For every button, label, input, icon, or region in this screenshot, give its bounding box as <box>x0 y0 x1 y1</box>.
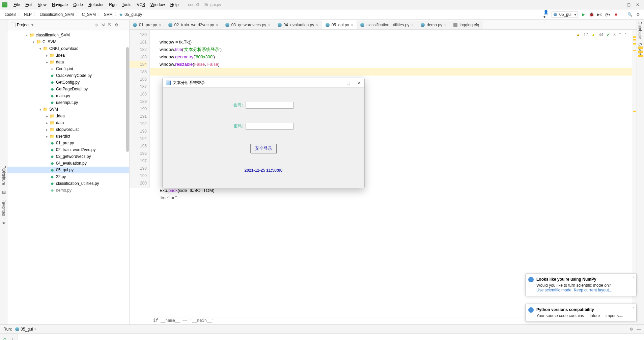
menu-navigate[interactable]: Navigate <box>49 1 71 8</box>
crumb-3[interactable]: C_SVM <box>81 12 97 17</box>
search-icon[interactable]: 🔍 <box>627 12 633 17</box>
notification-close-icon[interactable]: ˅ <box>632 276 634 281</box>
crumb-0[interactable]: code3 <box>3 12 17 17</box>
settings-icon[interactable]: ⚙ <box>635 12 641 17</box>
project-dropdown-icon[interactable]: ▾ <box>31 23 33 27</box>
tree-folder[interactable]: ▾📁classification_SVM <box>7 32 129 38</box>
stop-icon[interactable]: ■ <box>613 12 618 17</box>
rail-structure-label[interactable]: Structure <box>1 169 6 185</box>
notification-link-keep[interactable]: Keep current layout... <box>574 288 612 292</box>
tree-folder[interactable]: ▸📁data <box>7 119 129 126</box>
expand-all-icon[interactable]: ⇲ <box>101 23 105 27</box>
info-icon: i <box>528 307 534 313</box>
menu-edit[interactable]: Edit <box>23 1 35 8</box>
favorites-icon[interactable]: ★ <box>2 221 6 225</box>
rail-database-label[interactable]: Database <box>637 20 643 41</box>
tree-file[interactable]: ≡Config.ini <box>7 65 129 72</box>
crumb-4[interactable]: SVM <box>103 12 114 17</box>
tree-file[interactable]: ◆01_pre.py <box>7 140 129 146</box>
dialog-titlebar[interactable]: 文本分析系统登录 — ▢ ✕ <box>163 78 364 88</box>
tab-demo[interactable]: demo.py× <box>417 21 450 29</box>
collapse-all-icon[interactable]: ⇱ <box>108 23 111 27</box>
tab-close-icon[interactable]: × <box>159 23 161 27</box>
inspection-summary[interactable]: ▲17 ▲44 ✔8 ˄ ˅ <box>576 32 626 37</box>
coverage-icon[interactable]: ▶⎋ <box>597 12 602 17</box>
tree-file[interactable]: ◆GetConfig.py <box>7 79 129 86</box>
run-output[interactable]: D:\python\python.exe D:/code3/NLP/classi… <box>18 334 644 340</box>
crumb-1[interactable]: NLP <box>23 12 33 17</box>
tree-file[interactable]: ◆02_train_word2vec.py <box>7 146 129 153</box>
up-icon[interactable]: ↑ <box>9 336 17 340</box>
tree-folder[interactable]: ▾📁C_SVM <box>7 38 129 45</box>
run-settings-icon[interactable]: ⚙ <box>629 327 633 332</box>
tk-icon <box>166 81 171 85</box>
tree-file[interactable]: ◆CrackVerifyCode.py <box>7 72 129 79</box>
menu-help[interactable]: Help <box>168 1 181 8</box>
dialog-close-icon[interactable]: ✕ <box>358 81 361 85</box>
tab-utils[interactable]: classification_utilities.py× <box>357 21 417 29</box>
project-settings-icon[interactable]: ⚙ <box>115 23 118 27</box>
run-config-select[interactable]: 05_gui <box>552 11 578 18</box>
tree-file[interactable]: ◆demo.py <box>7 187 129 194</box>
tree-file[interactable]: ◆userinput.py <box>7 99 129 106</box>
tree-file[interactable]: ◆GetPageDetail.py <box>7 86 129 92</box>
menu-view[interactable]: View <box>35 1 49 8</box>
tree-folder[interactable]: ▾📁CNKI_download <box>7 45 129 52</box>
menu-vcs[interactable]: VCS <box>134 1 148 8</box>
run-tab-close-icon[interactable]: × <box>34 327 36 332</box>
tab-logging[interactable]: logging.cfg <box>450 21 483 29</box>
rerun-icon[interactable]: ↻ <box>1 336 8 340</box>
tree-file[interactable]: ◆03_getwordvecs.py <box>7 153 129 160</box>
dialog-maximize-icon[interactable]: ▢ <box>346 81 350 85</box>
minimize-icon[interactable]: — <box>617 2 621 7</box>
maximize-icon[interactable]: ▢ <box>627 2 631 7</box>
tree-file[interactable]: ◆22.py <box>7 173 129 180</box>
hide-panel-icon[interactable]: — <box>122 23 126 27</box>
tree-file[interactable]: ◆classification_utilities.py <box>7 180 129 187</box>
project-scrollbar[interactable] <box>126 47 129 152</box>
menu-refactor[interactable]: Refactor <box>86 1 106 8</box>
password-input[interactable] <box>246 123 293 130</box>
warning-icon: ▲ <box>576 32 580 37</box>
project-tree[interactable]: ▾📁classification_SVM ▾📁C_SVM ▾📁CNKI_down… <box>7 30 129 324</box>
crumb-5[interactable]: 05_gui.py <box>123 12 143 17</box>
user-icon[interactable]: 👤▾ <box>543 12 549 17</box>
tree-file-selected[interactable]: ◆05_gui.py <box>7 167 129 173</box>
crumb-2[interactable]: classification_SVM <box>38 12 75 17</box>
profile-icon[interactable]: ◔▾ <box>605 12 610 17</box>
menu-code[interactable]: Code <box>71 1 86 8</box>
locate-icon[interactable]: ⊕ <box>94 23 98 27</box>
tree-file[interactable]: ◆04_evaluation.py <box>7 160 129 167</box>
tree-file[interactable]: ◆main.py <box>7 92 129 99</box>
menu-window[interactable]: Window <box>148 1 168 8</box>
tab-02-train[interactable]: 02_train_word2vec.py× <box>165 21 222 29</box>
dialog-minimize-icon[interactable]: — <box>335 81 339 85</box>
tree-folder[interactable]: ▸📁.idea <box>7 113 129 119</box>
login-button[interactable]: 安全登录 <box>250 144 277 153</box>
close-icon[interactable]: ✕ <box>636 2 639 7</box>
tab-05-gui[interactable]: 05_gui.py× <box>322 20 357 29</box>
debug-icon[interactable]: 🐞 <box>589 12 594 17</box>
run-hide-icon[interactable]: — <box>637 327 641 332</box>
project-fold-icon[interactable]: − <box>11 23 16 27</box>
tree-folder[interactable]: ▾📁SVM <box>7 106 129 113</box>
tree-folder[interactable]: ▸📁userdict <box>7 133 129 140</box>
structure-icon[interactable]: ▤ <box>2 190 6 195</box>
tab-01-pre[interactable]: 01_pre.py× <box>130 21 165 29</box>
menu-tools[interactable]: Tools <box>119 1 134 8</box>
menu-file[interactable]: FFileile <box>11 1 23 8</box>
menu-run[interactable]: Run <box>106 1 119 8</box>
rail-favorites-label[interactable]: Favorites <box>1 199 6 216</box>
notification-numpy: i ˅ Looks like you're using NumPy Would … <box>525 273 637 296</box>
tree-folder[interactable]: ▸📁.idea <box>7 52 129 59</box>
tree-folder[interactable]: ▸📁stopwordList <box>7 126 129 133</box>
tree-folder[interactable]: ▸📁data <box>7 59 129 65</box>
tab-03-getword[interactable]: 03_getwordvecs.py× <box>222 21 274 29</box>
chevron-up-icon[interactable]: ˄ <box>619 32 621 37</box>
username-input[interactable] <box>246 102 293 109</box>
notification-close-icon[interactable]: ˅ <box>632 307 634 311</box>
chevron-down-icon[interactable]: ˅ <box>624 32 626 37</box>
notification-link-scientific[interactable]: Use scientific mode <box>536 288 571 292</box>
tab-04-eval[interactable]: 04_evaluation.py× <box>274 21 322 29</box>
run-icon[interactable]: ▶ <box>581 12 586 17</box>
